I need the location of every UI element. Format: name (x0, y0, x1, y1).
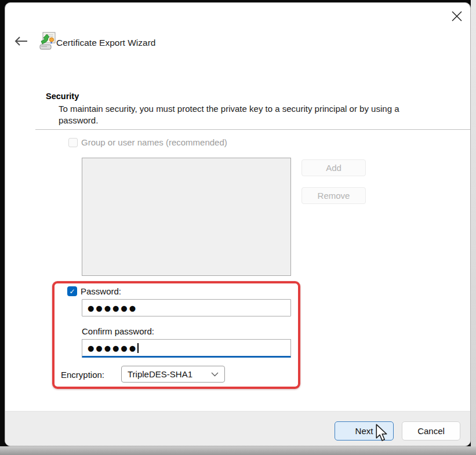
cancel-button[interactable]: Cancel (402, 421, 460, 441)
password-masked-value: ●●●●●● (88, 304, 137, 312)
add-button[interactable]: Add (301, 159, 366, 176)
screenshot-stage: Certificate Export Wizard Security To ma… (0, 0, 476, 455)
window-shadow-bottom (0, 446, 476, 455)
encryption-label: Encryption: (61, 370, 104, 380)
footer-bar: Next Cancel (5, 411, 470, 446)
checkmark-icon: ✓ (69, 288, 75, 295)
close-button[interactable] (447, 6, 467, 26)
group-names-label: Group or user names (recommended) (81, 137, 227, 147)
section-description: To maintain security, you must protect t… (59, 103, 415, 126)
back-button[interactable] (12, 32, 31, 50)
close-icon (450, 10, 463, 23)
chevron-down-icon (211, 372, 219, 377)
section-heading: Security (46, 92, 79, 101)
password-checkbox[interactable]: ✓ (67, 286, 77, 296)
next-button[interactable]: Next (335, 421, 394, 441)
wizard-title: Certificate Export Wizard (56, 38, 155, 48)
certificate-export-icon (39, 32, 56, 50)
group-names-row: Group or user names (recommended) (68, 137, 227, 147)
password-input[interactable]: ●●●●●● (82, 299, 291, 316)
group-names-checkbox[interactable] (68, 138, 78, 147)
confirm-password-label: Confirm password: (82, 326, 154, 336)
back-arrow-icon (14, 36, 28, 46)
section-divider (35, 129, 470, 130)
text-caret (137, 343, 139, 353)
confirm-password-input[interactable]: ●●●●●● (82, 339, 291, 358)
encryption-dropdown[interactable]: TripleDES-SHA1 (121, 366, 225, 383)
encryption-selected-value: TripleDES-SHA1 (128, 369, 211, 379)
password-row: ✓ Password: (67, 286, 121, 296)
remove-button[interactable]: Remove (301, 187, 366, 204)
wizard-window: Certificate Export Wizard Security To ma… (5, 2, 471, 446)
password-label: Password: (81, 286, 121, 296)
window-shadow-right (471, 0, 476, 455)
confirm-password-masked-value: ●●●●●● (88, 344, 137, 352)
group-names-listbox[interactable] (82, 158, 291, 276)
